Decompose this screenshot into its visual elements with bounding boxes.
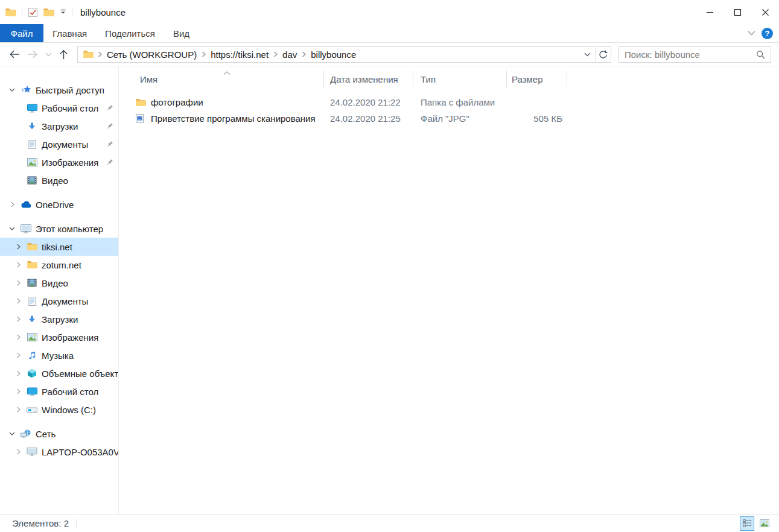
file-name: фотографии [151, 97, 203, 107]
details-view-button[interactable] [740, 516, 754, 531]
chevron-right-icon[interactable] [13, 278, 23, 288]
chevron-right-icon[interactable] [13, 260, 23, 270]
chevron-right-icon[interactable] [13, 296, 23, 306]
chevron-right-icon[interactable] [13, 314, 23, 324]
new-folder-icon[interactable] [43, 8, 54, 17]
maximize-button[interactable] [723, 0, 751, 24]
sidebar-item-network[interactable]: Сеть [0, 425, 118, 443]
table-row[interactable]: Приветствие программы сканирования 24.02… [130, 110, 779, 127]
sidebar-item-label: Музыка [42, 350, 74, 361]
customize-qat-dropdown-icon[interactable] [60, 9, 66, 15]
sidebar-item-label: Документы [42, 139, 88, 150]
chevron-right-icon[interactable] [7, 200, 17, 209]
minimize-button[interactable] [696, 0, 723, 24]
sidebar-item-tiksi-net[interactable]: tiksi.net [0, 238, 118, 256]
sidebar-item-label: Сеть [36, 429, 56, 439]
tab-home[interactable]: Главная [43, 24, 96, 42]
recent-locations-chevron-icon[interactable] [43, 49, 53, 59]
search-icon[interactable] [754, 50, 771, 59]
tab-view[interactable]: Вид [164, 24, 199, 42]
sidebar-item-label: zotum.net [42, 260, 81, 270]
column-header-size[interactable]: Размер [507, 71, 567, 87]
sidebar-item-this-pc[interactable]: Этот компьютер [0, 220, 118, 238]
sidebar-item-videos[interactable]: Видео [0, 274, 118, 292]
refresh-icon[interactable] [595, 47, 611, 62]
sidebar-item-music[interactable]: Музыка [0, 346, 118, 364]
tab-file[interactable]: Файл [0, 24, 43, 42]
sidebar-item-laptop-o053a0v[interactable]: LAPTOP-O053A0V [0, 443, 118, 461]
sidebar-item-label: Быстрый доступ [36, 85, 104, 95]
chevron-down-icon[interactable] [7, 429, 17, 439]
sidebar-item-label: Этот компьютер [36, 224, 103, 234]
sidebar-item-documents[interactable]: Документы [0, 135, 118, 153]
sidebar-item-zotum-net[interactable]: zotum.net [0, 256, 118, 274]
breadcrumb-chevron-icon[interactable] [273, 51, 278, 57]
address-bar[interactable]: Сеть (WORKGROUP) https://tiksi.net dav b… [77, 46, 611, 63]
quick-access-toolbar: billybounce [0, 7, 126, 17]
chevron-right-icon[interactable] [13, 405, 23, 414]
chevron-down-icon[interactable] [7, 85, 17, 95]
expand-ribbon-chevron-icon[interactable] [748, 31, 755, 36]
documents-icon [27, 140, 37, 149]
tab-share[interactable]: Поделиться [96, 24, 164, 42]
column-header-type[interactable]: Тип [413, 71, 507, 87]
properties-check-icon[interactable] [28, 7, 38, 17]
sidebar-item-windows-c[interactable]: Windows (C:) [0, 401, 118, 419]
sidebar-item-label: Документы [42, 296, 88, 306]
sidebar-item-downloads[interactable]: Загрузки [0, 310, 118, 328]
sidebar-item-downloads[interactable]: Загрузки [0, 117, 118, 135]
pin-icon [106, 104, 113, 112]
up-button[interactable] [59, 49, 68, 60]
sidebar-item-desktop[interactable]: Рабочий стол [0, 382, 118, 401]
sidebar-item-videos[interactable]: Видео [0, 171, 118, 189]
file-date: 24.02.2020 21:25 [324, 113, 413, 124]
column-headers: Имя Дата изменения Тип Размер [130, 71, 779, 87]
window-title: billybounce [80, 7, 126, 17]
breadcrumb-item-host[interactable]: https://tiksi.net [206, 49, 273, 60]
table-row[interactable]: фотографии 24.02.2020 21:22 Папка с файл… [130, 94, 779, 110]
breadcrumb-chevron-icon[interactable] [301, 51, 307, 57]
address-history-chevron-icon[interactable] [579, 47, 595, 62]
help-button[interactable]: ? [762, 28, 773, 39]
forward-button[interactable] [27, 49, 38, 59]
chevron-right-icon[interactable] [13, 447, 23, 457]
pictures-icon [27, 333, 37, 341]
titlebar-separator [72, 7, 72, 17]
chevron-right-icon[interactable] [13, 242, 23, 252]
sidebar-item-quick-access[interactable]: Быстрый доступ [0, 81, 118, 99]
sidebar-item-pictures[interactable]: Изображения [0, 328, 118, 346]
breadcrumb-item-dav[interactable]: dav [278, 49, 301, 60]
chevron-right-icon[interactable] [13, 369, 23, 378]
chevron-right-icon[interactable] [13, 350, 23, 360]
pictures-icon [27, 158, 37, 166]
sidebar-item-pictures[interactable]: Изображения [0, 153, 118, 171]
back-button[interactable] [9, 49, 21, 59]
file-list: Имя Дата изменения Тип Размер фотографии… [119, 66, 779, 514]
breadcrumb-chevron-icon[interactable] [201, 51, 206, 57]
chevron-down-icon[interactable] [7, 224, 17, 233]
sidebar-item-onedrive[interactable]: OneDrive [0, 195, 118, 214]
jpg-image-icon [136, 114, 146, 123]
column-header-date[interactable]: Дата изменения [324, 71, 413, 87]
onedrive-icon [21, 201, 31, 208]
music-icon [27, 351, 37, 360]
breadcrumb-item-billybounce[interactable]: billybounce [307, 49, 360, 60]
sidebar-item-label: Windows (C:) [42, 405, 96, 415]
chevron-right-icon[interactable] [13, 332, 23, 342]
breadcrumb-item-network[interactable]: Сеть (WORKGROUP) [103, 49, 201, 60]
search-box [618, 46, 771, 63]
main-area: Быстрый доступ Рабочий стол Загрузки [0, 66, 779, 514]
chevron-right-icon[interactable] [13, 387, 23, 396]
sidebar-item-label: Загрузки [42, 121, 78, 131]
sidebar-item-label: LAPTOP-O053A0V [42, 447, 118, 457]
column-header-name[interactable]: Имя [130, 71, 324, 87]
close-button[interactable] [751, 0, 779, 24]
explorer-folder-icon [5, 8, 16, 17]
sidebar-item-3d-objects[interactable]: Объемные объекты [0, 364, 118, 382]
search-input[interactable] [619, 47, 754, 62]
thumbnails-view-button[interactable] [757, 516, 772, 531]
file-name: Приветствие программы сканирования [151, 113, 316, 124]
sidebar-item-documents[interactable]: Документы [0, 292, 118, 310]
sidebar-item-desktop[interactable]: Рабочий стол [0, 99, 118, 117]
breadcrumb-chevron-icon[interactable] [97, 51, 103, 57]
